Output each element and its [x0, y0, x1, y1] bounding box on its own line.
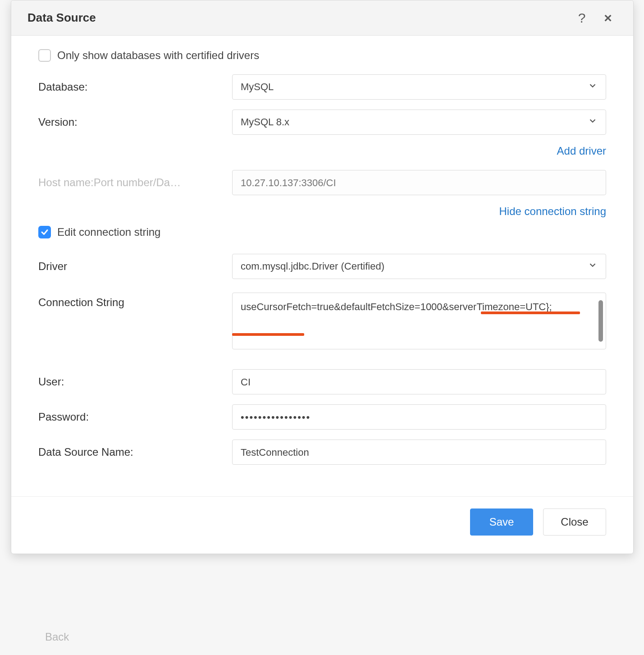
user-input[interactable]: CI [232, 369, 606, 394]
x-icon: × [604, 10, 612, 26]
connection-string-label: Connection String [38, 293, 232, 309]
edit-conn-row: Edit connection string [38, 226, 606, 238]
hide-connection-string-link[interactable]: Hide connection string [499, 205, 606, 218]
host-row: Host name:Port number/Da… 10.27.10.137:3… [38, 170, 606, 195]
close-icon[interactable]: × [599, 9, 617, 27]
version-select[interactable]: MySQL 8.x [232, 110, 606, 135]
password-row: Password: •••••••••••••••• [38, 404, 606, 430]
version-label: Version: [38, 116, 232, 128]
chevron-down-icon [588, 260, 598, 273]
chevron-down-icon [588, 116, 598, 128]
add-driver-row: Add driver [38, 145, 606, 157]
dialog-body: Only show databases with certified drive… [11, 36, 633, 496]
chevron-down-icon [588, 81, 598, 93]
certified-only-row: Only show databases with certified drive… [38, 49, 606, 62]
database-label: Database: [38, 81, 232, 93]
certified-only-label: Only show databases with certified drive… [57, 49, 259, 62]
driver-label: Driver [38, 260, 232, 273]
dsn-label: Data Source Name: [38, 446, 232, 458]
user-label: User: [38, 376, 232, 388]
dialog-header: Data Source ? × [11, 0, 633, 36]
help-icon[interactable]: ? [573, 9, 591, 27]
connection-string-value: useCursorFetch=true&defaultFetchSize=100… [241, 301, 552, 312]
password-input[interactable]: •••••••••••••••• [232, 404, 606, 430]
dialog-footer: Save Close [11, 496, 633, 554]
database-row: Database: MySQL [38, 74, 606, 100]
dsn-row: Data Source Name: TestConnection [38, 440, 606, 465]
edit-connection-string-checkbox[interactable] [38, 226, 51, 238]
dialog-title: Data Source [27, 11, 565, 25]
close-button[interactable]: Close [543, 508, 606, 536]
save-button[interactable]: Save [470, 508, 533, 536]
user-row: User: CI [38, 369, 606, 394]
version-row: Version: MySQL 8.x [38, 110, 606, 135]
driver-value: com.mysql.jdbc.Driver (Certified) [241, 261, 584, 272]
textarea-scrollbar[interactable] [598, 300, 603, 342]
add-driver-link[interactable]: Add driver [557, 145, 606, 157]
data-source-dialog: Data Source ? × Only show databases with… [11, 0, 634, 554]
question-mark-icon: ? [578, 10, 586, 26]
password-label: Password: [38, 411, 232, 423]
host-input[interactable]: 10.27.10.137:3306/CI [232, 170, 606, 195]
host-label: Host name:Port number/Da… [38, 176, 232, 189]
edit-connection-string-label: Edit connection string [57, 226, 160, 238]
hide-conn-row: Hide connection string [38, 205, 606, 218]
annotation-underline-1 [481, 311, 580, 314]
driver-select[interactable]: com.mysql.jdbc.Driver (Certified) [232, 254, 606, 279]
database-select[interactable]: MySQL [232, 74, 606, 100]
connection-string-textarea[interactable]: useCursorFetch=true&defaultFetchSize=100… [232, 293, 606, 349]
driver-row: Driver com.mysql.jdbc.Driver (Certified) [38, 254, 606, 279]
database-value: MySQL [241, 81, 584, 93]
dsn-input[interactable]: TestConnection [232, 440, 606, 465]
back-link[interactable]: Back [45, 631, 69, 643]
annotation-underline-2 [232, 333, 304, 336]
version-value: MySQL 8.x [241, 116, 584, 128]
connection-string-row: Connection String useCursorFetch=true&de… [38, 293, 606, 349]
certified-only-checkbox[interactable] [38, 49, 51, 62]
